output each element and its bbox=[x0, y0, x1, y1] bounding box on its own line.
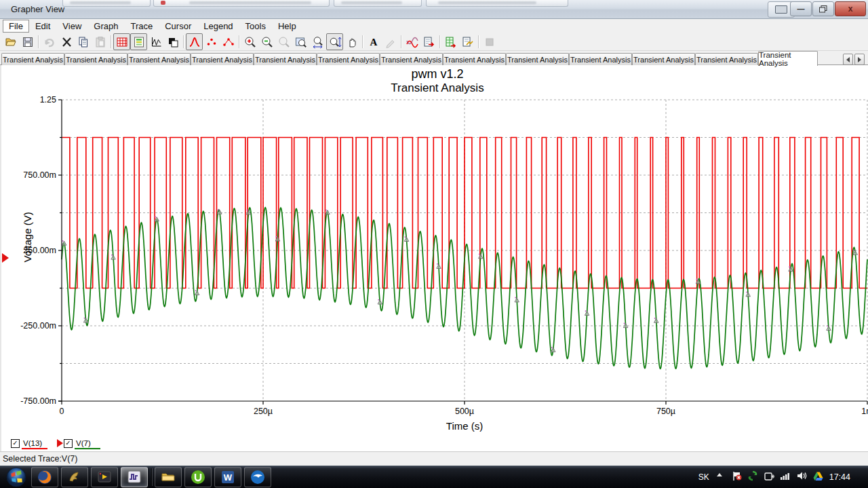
taskbar-explorer-button[interactable] bbox=[155, 467, 182, 487]
menu-cursor[interactable]: Cursor bbox=[159, 20, 197, 33]
toolbar-grid-button[interactable] bbox=[113, 33, 130, 50]
restore-button[interactable] bbox=[812, 1, 834, 16]
zoom-out-icon bbox=[260, 35, 274, 49]
tray-gdrive-icon[interactable] bbox=[813, 471, 823, 484]
tab-transient-analysis-4[interactable]: Transient Analysis bbox=[191, 53, 254, 65]
tab-transient-analysis-12[interactable]: Transient Analysis bbox=[695, 53, 758, 65]
menu-help[interactable]: Help bbox=[272, 20, 302, 33]
toolbar-overlay-button[interactable] bbox=[164, 33, 181, 50]
legend-entry-v7[interactable]: V(7) bbox=[75, 439, 100, 449]
tab-scroll-right-button[interactable] bbox=[854, 54, 865, 65]
firefox-icon bbox=[37, 469, 53, 485]
toolbar-dot-line-button[interactable] bbox=[220, 33, 237, 50]
legend-checkbox-v7[interactable]: ✓ bbox=[64, 439, 73, 448]
tab-transient-analysis-5[interactable]: Transient Analysis bbox=[254, 53, 317, 65]
toolbar-zoom-in-button[interactable] bbox=[241, 33, 258, 50]
zoom-width-icon bbox=[311, 35, 325, 49]
tab-bar: Transient AnalysisTransient AnalysisTran… bbox=[0, 51, 868, 65]
tab-transient-analysis-6[interactable]: Transient Analysis bbox=[317, 53, 380, 65]
toolbar-cut-button[interactable] bbox=[58, 33, 75, 50]
tray-power-plug-icon[interactable] bbox=[764, 471, 774, 484]
tab-transient-analysis-7[interactable]: Transient Analysis bbox=[380, 53, 443, 65]
x-tick-label: 750µ bbox=[644, 407, 688, 416]
toolbar-export-excel-button[interactable] bbox=[442, 33, 459, 50]
toolbar-overlay-traces-button[interactable] bbox=[403, 33, 420, 50]
menu-legend[interactable]: Legend bbox=[197, 20, 239, 33]
toolbar-zoom-height-button[interactable] bbox=[326, 33, 343, 50]
language-indicator[interactable]: SK bbox=[698, 472, 709, 482]
toolbar-axes-button[interactable] bbox=[147, 33, 164, 50]
tab-transient-analysis-10[interactable]: Transient Analysis bbox=[569, 53, 632, 65]
toolbar-zoom-width-button[interactable] bbox=[309, 33, 326, 50]
tab-transient-analysis-9[interactable]: Transient Analysis bbox=[506, 53, 569, 65]
close-button[interactable]: x bbox=[835, 1, 866, 16]
menu-trace[interactable]: Trace bbox=[124, 20, 159, 33]
legend-checkbox-v13[interactable]: ✓ bbox=[11, 439, 20, 448]
toolbar-save-button[interactable] bbox=[19, 33, 36, 50]
tray-action-center-flag-icon[interactable] bbox=[732, 471, 742, 484]
tab-transient-analysis-8[interactable]: Transient Analysis bbox=[443, 53, 506, 65]
menu-graph[interactable]: Graph bbox=[87, 20, 124, 33]
taskbar-buttons: W bbox=[28, 467, 271, 487]
menu-view[interactable]: View bbox=[56, 20, 87, 33]
background-window-ghost bbox=[426, 0, 568, 7]
toolbar-curve-button[interactable] bbox=[186, 33, 203, 50]
tab-transient-analysis-3[interactable]: Transient Analysis bbox=[127, 53, 191, 65]
taskbar-media-player-button[interactable] bbox=[91, 467, 118, 487]
dot-line-icon bbox=[222, 35, 235, 49]
toolbar-separator bbox=[439, 35, 440, 48]
tab-scroll-left-button[interactable] bbox=[843, 54, 853, 65]
tray-icons bbox=[715, 471, 823, 484]
taskbar-firefox-button[interactable] bbox=[31, 467, 58, 487]
tab-transient-analysis-13[interactable]: Transient Analysis bbox=[758, 51, 818, 66]
tab-transient-analysis-11[interactable]: Transient Analysis bbox=[632, 53, 695, 65]
toolbar-export-graph-button[interactable] bbox=[420, 33, 437, 50]
toolbar-legend-button[interactable] bbox=[130, 33, 147, 50]
x-tick-label: 250µ bbox=[241, 407, 285, 416]
tray-hidden-icons-icon[interactable] bbox=[715, 471, 726, 484]
toolbar-scatter-button[interactable] bbox=[203, 33, 220, 50]
clock[interactable]: 17:44 bbox=[829, 472, 850, 482]
toolbar-undo-button[interactable] bbox=[41, 33, 58, 50]
tab-transient-analysis-2[interactable]: Transient Analysis bbox=[64, 53, 127, 65]
taskbar-gold-app-button[interactable] bbox=[61, 467, 88, 487]
tab-transient-analysis-1[interactable]: Transient Analysis bbox=[1, 53, 64, 65]
tray-sync-icon[interactable] bbox=[748, 471, 758, 484]
toolbar-zoom-out-button[interactable] bbox=[258, 33, 275, 50]
toolbar-copy-button[interactable] bbox=[75, 33, 92, 50]
toolbar-open-button[interactable] bbox=[2, 33, 19, 50]
taskbar-thunderbird-button[interactable] bbox=[244, 467, 271, 487]
legend-icon bbox=[132, 35, 146, 49]
minimize-button[interactable]: — bbox=[790, 1, 812, 16]
stop-icon bbox=[483, 35, 496, 49]
word-icon: W bbox=[220, 469, 236, 485]
taskbar-multisim-button[interactable] bbox=[121, 467, 148, 487]
paste-icon bbox=[94, 35, 107, 49]
toolbar-zoom-area-button[interactable] bbox=[275, 33, 292, 50]
chart-plot-area[interactable] bbox=[1, 65, 868, 454]
toolbar-paste-button[interactable] bbox=[92, 33, 108, 50]
media-player-icon bbox=[96, 469, 113, 485]
taskbar: W SK 17:44 bbox=[0, 466, 868, 488]
save-icon bbox=[21, 35, 35, 49]
tray-volume-icon[interactable] bbox=[797, 471, 807, 484]
legend-line-v7 bbox=[75, 448, 100, 449]
toolbar-annotate-button[interactable] bbox=[382, 33, 399, 50]
arrow-left-icon bbox=[846, 57, 850, 62]
svg-text:A: A bbox=[370, 37, 377, 48]
toolbar-separator bbox=[38, 35, 39, 48]
menu-tools[interactable]: Tools bbox=[239, 20, 272, 33]
start-button[interactable] bbox=[4, 467, 28, 487]
toolbar-pan-button[interactable] bbox=[343, 33, 360, 50]
y-tick-label: 750.00m bbox=[14, 170, 56, 180]
taskbar-word-button[interactable]: W bbox=[214, 467, 241, 487]
menu-file[interactable]: File bbox=[3, 20, 29, 33]
toolbar-export-data-button[interactable] bbox=[459, 33, 476, 50]
toolbar-stop-button[interactable] bbox=[481, 33, 498, 50]
toolbar-text-button[interactable]: A bbox=[365, 33, 382, 50]
menu-edit[interactable]: Edit bbox=[29, 20, 56, 33]
legend-entry-v13[interactable]: V(13) bbox=[22, 439, 47, 449]
taskbar-utorrent-button[interactable] bbox=[184, 467, 212, 487]
toolbar-zoom-fit-button[interactable] bbox=[292, 33, 309, 50]
tray-network-signal-icon[interactable] bbox=[781, 471, 791, 484]
